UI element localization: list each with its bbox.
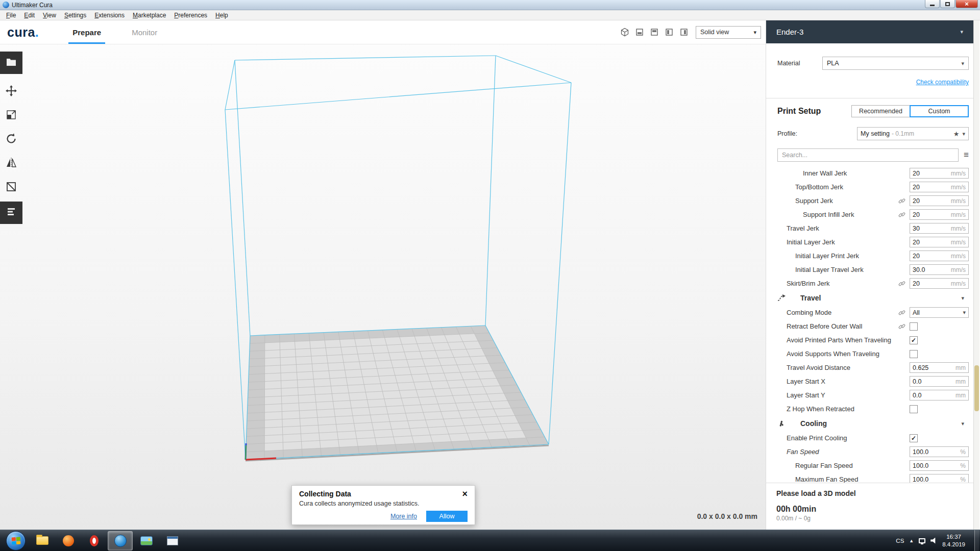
- menu-help[interactable]: Help: [211, 11, 232, 20]
- tab-prepare[interactable]: Prepare: [68, 20, 105, 44]
- dialog-title: Collecting Data: [299, 490, 351, 498]
- setting-input[interactable]: 0.0mm: [910, 390, 969, 400]
- view-front-icon[interactable]: [635, 28, 644, 37]
- checkbox[interactable]: [910, 322, 918, 331]
- taskbar-notepad-button[interactable]: [160, 531, 185, 550]
- language-indicator[interactable]: CS: [896, 538, 904, 544]
- setting-input[interactable]: 0.625mm: [910, 362, 969, 373]
- taskbar-cura-button[interactable]: [108, 531, 133, 550]
- view-mode-select[interactable]: Solid view ▾: [696, 26, 761, 39]
- setting-input[interactable]: 20mm/s: [910, 195, 969, 206]
- mirror-button[interactable]: [0, 154, 22, 173]
- menu-view[interactable]: View: [39, 11, 60, 20]
- taskbar-opera-button[interactable]: [82, 531, 107, 550]
- category-travel[interactable]: Travel▾: [766, 290, 973, 306]
- scale-button[interactable]: [0, 106, 22, 126]
- windows-logo-icon: [11, 537, 20, 544]
- setting-input[interactable]: 20mm/s: [910, 278, 969, 289]
- show-desktop-button[interactable]: [974, 530, 979, 551]
- checkbox[interactable]: [910, 405, 918, 413]
- taskbar-photo-viewer-button[interactable]: [134, 531, 159, 550]
- setting-label: Skirt/Brim Jerk: [766, 280, 898, 287]
- scale-icon: [6, 109, 17, 122]
- display-icon[interactable]: [919, 538, 925, 543]
- settings-menu-icon[interactable]: ≡: [964, 150, 969, 160]
- taskbar-firefox-button[interactable]: [56, 531, 81, 550]
- windows-taskbar: CS ▲ 16:37 8.4.2019: [0, 530, 980, 551]
- material-select[interactable]: PLA ▾: [822, 57, 969, 70]
- setting-input[interactable]: 100.0%: [910, 460, 969, 471]
- custom-button[interactable]: Custom: [910, 105, 969, 117]
- category-cooling[interactable]: Cooling▾: [766, 416, 973, 431]
- settings-scrollbar[interactable]: [973, 20, 979, 530]
- menu-preferences[interactable]: Preferences: [170, 11, 211, 20]
- tab-monitor[interactable]: Monitor: [128, 20, 161, 44]
- chevron-down-icon: ▾: [961, 420, 964, 427]
- setting-row: Inner Wall Jerk20mm/s: [766, 166, 973, 180]
- opera-icon: [90, 535, 99, 546]
- recommended-button[interactable]: Recommended: [851, 105, 910, 117]
- setting-input[interactable]: 20mm/s: [910, 209, 969, 220]
- setting-input[interactable]: 20mm/s: [910, 237, 969, 247]
- rotate-button[interactable]: [0, 130, 22, 149]
- clock-time: 16:37: [942, 533, 965, 541]
- per-model-settings-button[interactable]: [0, 202, 22, 224]
- maximize-button[interactable]: [940, 0, 955, 8]
- setting-label: Initial Layer Jerk: [766, 238, 910, 246]
- view-top-icon[interactable]: [650, 28, 659, 37]
- menu-settings[interactable]: Settings: [60, 11, 90, 20]
- menu-marketplace[interactable]: Marketplace: [129, 11, 170, 20]
- close-button[interactable]: ×: [955, 0, 978, 8]
- minimize-button[interactable]: [925, 0, 940, 8]
- checkbox[interactable]: [910, 350, 918, 358]
- machine-selector[interactable]: Ender-3 ▾: [766, 20, 973, 43]
- setting-row: Combing ModeAll▾: [766, 306, 973, 319]
- chevron-up-icon[interactable]: ▲: [909, 538, 914, 543]
- volume-icon[interactable]: [930, 538, 937, 544]
- viewport-3d[interactable]: Collecting Data × Cura collects anonymiz…: [0, 44, 766, 530]
- menubar: FileEditViewSettingsExtensionsMarketplac…: [0, 10, 980, 20]
- start-button[interactable]: [6, 531, 26, 550]
- taskbar-windows-explorer-button[interactable]: [30, 531, 55, 550]
- support-blocker-button[interactable]: [0, 178, 22, 197]
- cura-logo: cura.: [7, 25, 39, 40]
- build-volume-scene: [0, 44, 766, 530]
- allow-button[interactable]: Allow: [426, 511, 468, 522]
- close-icon[interactable]: ×: [462, 490, 468, 497]
- checkbox[interactable]: ✓: [910, 336, 918, 344]
- setting-label: Support Jerk: [766, 197, 898, 205]
- setting-input[interactable]: 20mm/s: [910, 168, 969, 179]
- setting-input[interactable]: 100.0%: [910, 446, 969, 457]
- view-3d-icon[interactable]: [620, 28, 629, 37]
- checkbox[interactable]: ✓: [910, 434, 918, 442]
- menu-extensions[interactable]: Extensions: [90, 11, 129, 20]
- view-left-icon[interactable]: [665, 28, 674, 37]
- view-mode-value: Solid view: [700, 29, 729, 36]
- star-icon: ★: [953, 130, 960, 138]
- setting-input[interactable]: 100.0%: [910, 474, 969, 483]
- open-file-button[interactable]: [0, 52, 22, 74]
- profile-select[interactable]: My setting - 0.1mm ★ ▾: [857, 127, 969, 140]
- menu-edit[interactable]: Edit: [20, 11, 39, 20]
- setting-input[interactable]: 30mm/s: [910, 223, 969, 234]
- cura-app-icon: [3, 2, 9, 8]
- scrollbar-thumb[interactable]: [974, 365, 979, 411]
- check-compatibility-link[interactable]: Check compatibility: [916, 79, 969, 86]
- more-info-link[interactable]: More info: [390, 513, 417, 520]
- setting-input[interactable]: 0.0mm: [910, 376, 969, 387]
- search-input[interactable]: [777, 148, 959, 162]
- view-right-icon[interactable]: [679, 28, 689, 37]
- setting-label: Avoid Printed Parts When Traveling: [766, 336, 910, 344]
- move-button[interactable]: [0, 82, 22, 102]
- setting-input[interactable]: 30.0mm/s: [910, 264, 969, 275]
- material-usage-estimate: 0.00m / ~ 0g: [776, 515, 963, 522]
- taskbar-clock[interactable]: 16:37 8.4.2019: [942, 533, 965, 548]
- setting-input[interactable]: 20mm/s: [910, 251, 969, 261]
- setting-select[interactable]: All▾: [910, 307, 969, 318]
- setting-input[interactable]: 20mm/s: [910, 182, 969, 192]
- load-model-message: Please load a 3D model: [776, 489, 963, 497]
- setting-label: Maximum Fan Speed: [766, 475, 910, 483]
- dialog-body: Cura collects anonymized usage statistic…: [299, 500, 468, 507]
- setting-row: Avoid Printed Parts When Traveling✓: [766, 333, 973, 347]
- menu-file[interactable]: File: [2, 11, 20, 20]
